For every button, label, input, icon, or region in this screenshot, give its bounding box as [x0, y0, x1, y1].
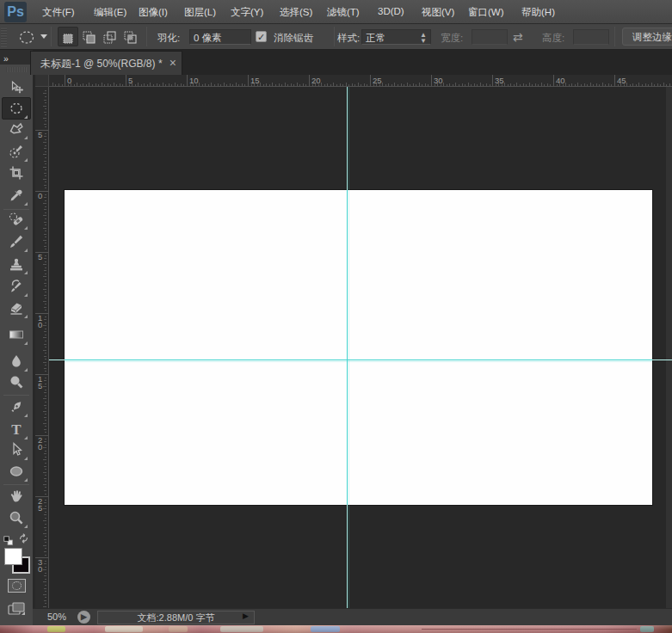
svg-text:T: T [11, 421, 22, 437]
